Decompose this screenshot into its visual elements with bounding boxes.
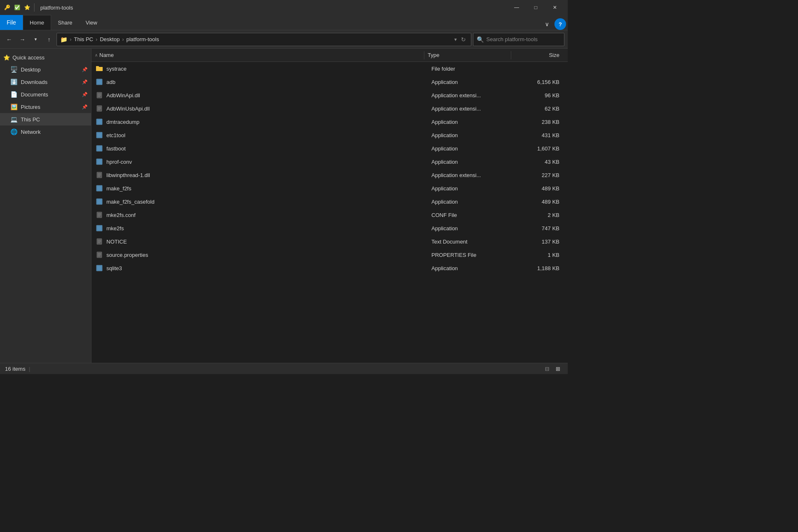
address-dropdown-button[interactable]: ▾ — [454, 37, 457, 42]
sort-arrow-icon: ∧ — [95, 53, 98, 57]
table-row[interactable]: mke2fs Application 747 KB — [91, 222, 568, 235]
sidebar-item-desktop-label: Desktop — [21, 66, 79, 73]
col-name-header[interactable]: Name — [99, 52, 424, 58]
file-size: 62 KB — [515, 106, 564, 112]
sidebar-item-documents[interactable]: 📄 Documents 📌 — [0, 88, 91, 101]
tab-view[interactable]: View — [79, 15, 104, 30]
file-type: Application — [431, 145, 515, 152]
table-row[interactable]: etc1tool Application 431 KB — [91, 128, 568, 142]
table-row[interactable]: dmtracedump Application 238 KB — [91, 115, 568, 128]
file-size: 1 KB — [515, 252, 564, 258]
title-bar: 🔑 ✅ ⭐ platform-tools — □ ✕ — [0, 0, 568, 15]
details-view-button[interactable]: ⊞ — [553, 364, 563, 374]
tab-share[interactable]: Share — [51, 15, 79, 30]
file-icon — [95, 91, 104, 100]
file-type: CONF File — [431, 212, 515, 218]
documents-pin-icon: 📌 — [82, 92, 88, 97]
file-size: 137 KB — [515, 239, 564, 245]
table-row[interactable]: mke2fs.conf CONF File 2 KB — [91, 208, 568, 222]
ribbon-tabs: File Home Share View ∨ ? — [0, 15, 568, 30]
table-row[interactable]: adb Application 6,156 KB — [91, 75, 568, 89]
col-type-header[interactable]: Type — [428, 52, 511, 58]
file-icon — [95, 184, 104, 193]
file-size: 6,156 KB — [515, 79, 564, 85]
pictures-icon: 🖼️ — [10, 103, 17, 111]
star-icon: ⭐ — [23, 4, 31, 11]
file-size: 238 KB — [515, 119, 564, 125]
up-button[interactable]: ↑ — [43, 34, 55, 45]
tab-file[interactable]: File — [0, 15, 23, 30]
network-icon: 🌐 — [10, 128, 17, 135]
svg-rect-17 — [97, 160, 101, 164]
divider — [34, 3, 34, 12]
sidebar-item-thispc[interactable]: 💻 This PC — [0, 113, 91, 126]
sidebar-item-network[interactable]: 🌐 Network — [0, 126, 91, 138]
file-icon — [95, 64, 104, 73]
table-row[interactable]: libwinpthread-1.dll Application extensi.… — [91, 168, 568, 182]
refresh-button[interactable]: ↻ — [459, 36, 468, 43]
table-row[interactable]: systrace File folder — [91, 62, 568, 75]
address-bar[interactable]: 📁 › This PC › Desktop › platform-tools ▾… — [57, 33, 471, 46]
file-type: Application — [431, 185, 515, 192]
thispc-icon: 💻 — [10, 116, 17, 123]
desktop-pin-icon: 📌 — [82, 67, 88, 72]
file-type: Application — [431, 225, 515, 232]
title-bar-controls: — □ ✕ — [507, 0, 564, 15]
col-size-header[interactable]: Size — [515, 52, 564, 58]
back-button[interactable]: ← — [3, 34, 15, 45]
sidebar-item-pictures[interactable]: 🖼️ Pictures 📌 — [0, 101, 91, 113]
recent-locations-button[interactable]: ▾ — [30, 34, 42, 45]
breadcrumb-platform-tools[interactable]: platform-tools — [126, 36, 159, 42]
file-name: AdbWinUsbApi.dll — [106, 106, 431, 112]
breadcrumb-desktop[interactable]: Desktop — [100, 36, 120, 42]
search-icon: 🔍 — [477, 36, 484, 43]
ribbon: File Home Share View ∨ ? — [0, 15, 568, 30]
file-size: 96 KB — [515, 92, 564, 99]
breadcrumb-thispc[interactable]: This PC — [74, 36, 93, 42]
documents-icon: 📄 — [10, 91, 17, 98]
address-bar-row: ← → ▾ ↑ 📁 › This PC › Desktop › platform… — [0, 30, 568, 49]
file-type: File folder — [431, 66, 515, 72]
table-row[interactable]: source.properties PROPERTIES File 1 KB — [91, 248, 568, 261]
sidebar-item-pictures-label: Pictures — [21, 104, 79, 110]
file-size: 227 KB — [515, 172, 564, 178]
close-button[interactable]: ✕ — [545, 0, 564, 15]
table-row[interactable]: AdbWinUsbApi.dll Application extensi... … — [91, 102, 568, 115]
file-name: fastboot — [106, 145, 431, 152]
file-icon — [95, 250, 104, 259]
file-type: Application — [431, 119, 515, 125]
quick-access-header[interactable]: ⭐ Quick access — [0, 52, 91, 63]
table-row[interactable]: NOTICE Text Document 137 KB — [91, 235, 568, 248]
maximize-button[interactable]: □ — [526, 0, 545, 15]
quick-access-icon: ⭐ — [3, 54, 10, 61]
table-row[interactable]: fastboot Application 1,607 KB — [91, 142, 568, 155]
file-name: adb — [106, 79, 431, 85]
list-view-button[interactable]: ⊟ — [542, 364, 552, 374]
minimize-button[interactable]: — — [507, 0, 526, 15]
file-type: Application extensi... — [431, 92, 515, 99]
file-size: 1,607 KB — [515, 145, 564, 152]
help-button[interactable]: ? — [554, 18, 566, 30]
table-row[interactable]: sqlite3 Application 1,188 KB — [91, 261, 568, 275]
tab-home[interactable]: Home — [23, 15, 52, 30]
table-row[interactable]: make_f2fs Application 489 KB — [91, 182, 568, 195]
col-divider-2 — [511, 51, 511, 59]
file-icon — [95, 197, 104, 206]
file-icon — [95, 170, 104, 180]
sidebar-item-desktop[interactable]: 🖥️ Desktop 📌 — [0, 63, 91, 76]
item-count: 16 items — [5, 366, 25, 372]
title-bar-icons: 🔑 ✅ ⭐ — [3, 3, 35, 12]
sidebar-item-downloads[interactable]: ⬇️ Downloads 📌 — [0, 76, 91, 88]
file-icon — [95, 144, 104, 153]
svg-rect-1 — [97, 80, 101, 84]
forward-button[interactable]: → — [17, 34, 28, 45]
col-name-label: Name — [99, 52, 114, 58]
file-size: 489 KB — [515, 199, 564, 205]
table-row[interactable]: make_f2fs_casefold Application 489 KB — [91, 195, 568, 208]
file-type: Application — [431, 79, 515, 85]
search-bar[interactable]: 🔍 Search platform-tools — [473, 33, 564, 46]
table-row[interactable]: AdbWinApi.dll Application extensi... 96 … — [91, 89, 568, 102]
sidebar-item-documents-label: Documents — [21, 91, 79, 98]
table-row[interactable]: hprof-conv Application 43 KB — [91, 155, 568, 168]
expand-ribbon-button[interactable]: ∨ — [541, 18, 553, 30]
